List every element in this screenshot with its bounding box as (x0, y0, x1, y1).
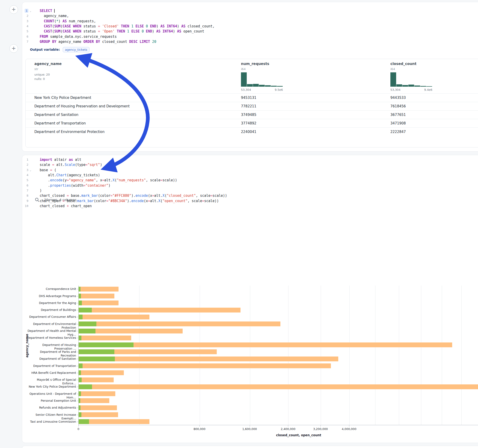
python-code-line[interactable]: 8chart_closed = base.mark_bar(color="#FF… (22, 193, 474, 198)
collapse-chevron-icon[interactable]: ⌄ (30, 8, 31, 14)
y-axis-tick (77, 331, 78, 331)
histogram-bar (271, 86, 277, 87)
sql-code-line[interactable]: 3 COUNT(*) AS num_requests, (22, 19, 474, 24)
histogram-bar (402, 85, 408, 87)
table-row[interactable]: Department of Housing Preservation and D… (25, 102, 478, 110)
bar-open_count (79, 287, 81, 292)
y-axis-category-label: Personal Exemption Unit (25, 399, 76, 403)
histogram-min-label: 53,304 (390, 88, 401, 92)
python-code-line[interactable]: 10chart_closed + chart_open (22, 204, 474, 209)
x-axis-tick-label: 3,200,000 (304, 427, 337, 431)
histogram-bar (265, 85, 271, 87)
histogram-range: 53,3049.5e6 (241, 88, 283, 92)
histogram-bar (426, 86, 432, 87)
column-header-agency_name[interactable]: agency_name (34, 62, 62, 66)
column-type-label: str (34, 67, 38, 71)
python-code-line[interactable]: 1import altair as alt (22, 157, 474, 162)
bar-open_count (79, 329, 95, 333)
table-row[interactable]: New York City Police Department945313194… (25, 93, 478, 102)
y-axis-category-label: Mayorâ€ s Office of Special Enforce… (25, 378, 76, 382)
sql-code-line[interactable]: 2 agency_name, (22, 13, 474, 19)
y-axis-category-label: Department of Housing Preservation … (25, 343, 76, 347)
collapse-chevron-icon[interactable]: ⌄ (30, 168, 31, 173)
line-number: 3 (22, 19, 28, 24)
add-cell-button[interactable]: + (9, 5, 18, 14)
table-row[interactable]: Department of Transportation377489234719… (25, 119, 478, 127)
y-axis-tick (77, 338, 78, 338)
line-number: 9 (22, 199, 28, 204)
sql-code-line[interactable]: 4 CAST(SUM(CASE WHEN status = 'Closed' T… (22, 24, 474, 29)
column-header-num_requests[interactable]: num_requests (241, 62, 269, 66)
bar-open_count (79, 405, 81, 410)
histogram-bar (396, 84, 402, 87)
line-number: 4 (22, 173, 28, 178)
bar-closed_count (79, 363, 331, 368)
output-variable-chip[interactable]: agency_tickets (63, 47, 90, 52)
results-table: agency_namestrunique: 20nulls: 0num_requ… (25, 59, 478, 148)
y-axis-category-label: HRA Benefit Card Replacement (25, 371, 76, 375)
sql-code-line[interactable]: 7GROUP BY agency_name ORDER BY closed_co… (22, 39, 474, 44)
bar-closed_count (79, 294, 114, 299)
bar-closed_count (79, 405, 117, 410)
output-variable-row: Output variable:agency_tickets (30, 47, 89, 52)
y-axis-category-label: Department of Environmental Protection (25, 322, 76, 326)
table-cell: New York City Police Department (34, 93, 91, 102)
y-axis-tick (77, 296, 78, 296)
add-cell-button[interactable]: + (9, 44, 18, 53)
x-axis-tick (78, 425, 79, 427)
notebook-page: agency_namestrunique: 20nulls: 0num_requ… (0, 0, 478, 448)
y-axis-title: agency_name (25, 334, 29, 357)
y-axis-category-label: Operations Unit - Department of Hom… (25, 392, 76, 396)
y-axis-category-label: Taxi and Limousine Commission (25, 420, 76, 423)
y-axis-category-label: Department of Health and Mental Hyg… (25, 329, 76, 333)
sql-code-line[interactable]: 1⌄SELECT (22, 8, 474, 13)
sql-code-line[interactable]: 6FROM sample_data.nyc.service_requests (22, 34, 474, 39)
python-code-line[interactable]: 4 alt.Chart(agency_tickets) (22, 173, 474, 178)
line-number: 10 (22, 204, 28, 209)
line-number: 1 (22, 157, 28, 162)
x-axis-tick-label: 1,600,000 (233, 427, 266, 431)
table-row[interactable]: Department of Sanitation37494853677651 (25, 110, 478, 119)
bar-closed_count (79, 315, 149, 319)
table-cell: 2222847 (390, 128, 406, 136)
x-axis-tick (349, 425, 349, 427)
sql-code-line[interactable]: 5 CAST(SUM(CASE WHEN status = 'Open' THE… (22, 29, 474, 34)
bar-closed_count (79, 356, 338, 361)
histogram-bar (420, 86, 426, 87)
bar-closed_count (79, 391, 115, 396)
bar-closed_count (79, 384, 478, 389)
column-stat-label: unique: 20 (34, 73, 50, 76)
gridline (399, 286, 399, 425)
y-axis-category-label: Refunds and Adjustments (25, 406, 76, 410)
python-code-line[interactable]: 7) (22, 188, 474, 193)
python-code-line[interactable]: 6 .properties(width="container") (22, 183, 474, 188)
table-row[interactable]: Department of Environmental Protection22… (25, 127, 478, 136)
next-cell-partial (22, 446, 478, 448)
bar-open_count (79, 378, 82, 382)
histogram-bar (408, 85, 414, 87)
bar-open_count (79, 391, 81, 396)
python-code-line[interactable]: 3⌄base = ( (22, 168, 474, 173)
y-axis-tick (77, 359, 78, 359)
column-header-closed_count[interactable]: closed_count (390, 62, 416, 66)
gridline (250, 286, 250, 425)
bar-closed_count (79, 370, 124, 375)
python-code-line[interactable]: 9chart_open = base.mark_bar(color="#8BC3… (22, 199, 474, 204)
gridline (421, 286, 421, 425)
table-cell: 9453131 (241, 93, 256, 102)
python-code-line[interactable]: 5 .encode(y="agency_name", x=alt.X("num_… (22, 178, 474, 183)
text-cursor (54, 9, 55, 13)
bar-open_count (79, 412, 82, 417)
y-axis-tick (77, 401, 78, 401)
line-number: 5 (22, 29, 28, 34)
python-editor[interactable]: 1import altair as alt2scale = alt.Scale(… (22, 157, 474, 209)
line-number: 3 (22, 168, 28, 173)
line-number: 8 (22, 193, 28, 198)
gridline (442, 286, 442, 425)
sql-editor[interactable]: 1⌄SELECT 2 agency_name,3 COUNT(*) AS num… (22, 8, 474, 44)
bar-closed_count (79, 378, 114, 382)
gridline (349, 286, 350, 425)
python-code-line[interactable]: 2scale = alt.Scale(type="sqrt") (22, 162, 474, 167)
bar-closed_count (79, 300, 119, 305)
table-cell: 7782211 (241, 102, 256, 110)
